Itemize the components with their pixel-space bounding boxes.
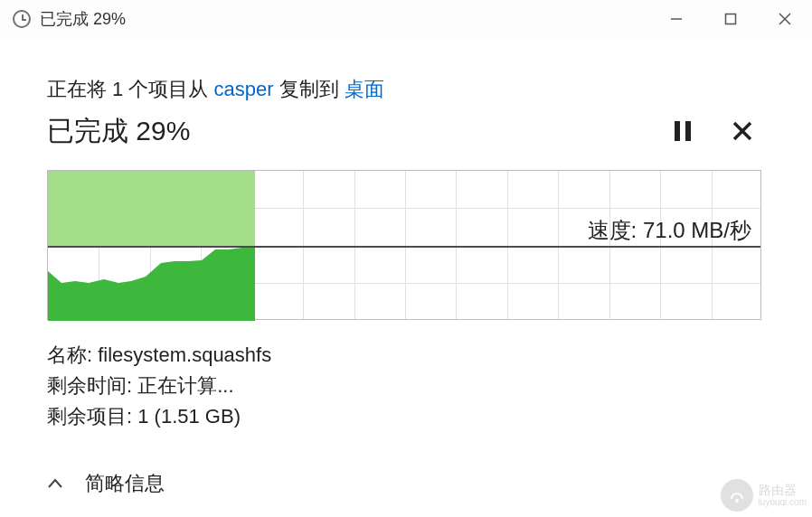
maximize-icon: [724, 13, 737, 25]
detail-items: 剩余项目: 1 (1.51 GB): [47, 401, 765, 432]
content-area: 正在将 1 个项目从 casper 复制到 桌面 已完成 29%: [0, 38, 812, 432]
speed-label: 速度: 71.0 MB/秒: [588, 216, 751, 245]
clock-icon: [13, 10, 31, 28]
chart-lower-area: [48, 246, 762, 321]
destination-link[interactable]: 桌面: [345, 78, 384, 100]
close-button[interactable]: [758, 0, 812, 38]
cancel-button[interactable]: [720, 108, 765, 154]
titlebar: 已完成 29%: [0, 0, 812, 38]
window-title: 已完成 29%: [40, 8, 649, 30]
watermark: 路由器 luyouqi.com: [721, 479, 807, 512]
details-section: 名称: filesystem.squashfs 剩余时间: 正在计算... 剩余…: [47, 340, 765, 432]
progress-row: 已完成 29%: [47, 108, 765, 154]
svg-rect-4: [675, 121, 680, 141]
window-controls: [649, 0, 812, 38]
progress-text: 已完成 29%: [47, 113, 646, 150]
copy-description: 正在将 1 个项目从 casper 复制到 桌面: [47, 76, 765, 103]
desc-prefix: 正在将 1 个项目从: [47, 78, 214, 100]
maximize-button[interactable]: [703, 0, 758, 38]
detail-time: 剩余时间: 正在计算...: [47, 371, 765, 401]
svg-rect-1: [726, 14, 736, 24]
watermark-text: 路由器 luyouqi.com: [759, 484, 807, 507]
close-icon: [778, 12, 792, 26]
chevron-up-icon: [47, 478, 63, 489]
watermark-icon: [721, 479, 753, 512]
cancel-icon: [732, 120, 753, 142]
minimize-icon: [669, 12, 684, 26]
svg-rect-5: [685, 121, 691, 141]
toggle-label: 简略信息: [85, 470, 165, 497]
source-link[interactable]: casper: [214, 78, 274, 100]
speed-chart: 速度: 71.0 MB/秒: [47, 170, 761, 320]
chart-upper-fill: [48, 171, 255, 246]
pause-icon: [673, 119, 693, 143]
desc-middle: 复制到: [274, 78, 345, 100]
chart-midline: [48, 246, 760, 248]
pause-button[interactable]: [660, 108, 705, 154]
svg-point-8: [735, 499, 739, 503]
details-toggle[interactable]: 简略信息: [47, 470, 165, 497]
minimize-button[interactable]: [649, 0, 703, 38]
detail-name: 名称: filesystem.squashfs: [47, 340, 765, 371]
